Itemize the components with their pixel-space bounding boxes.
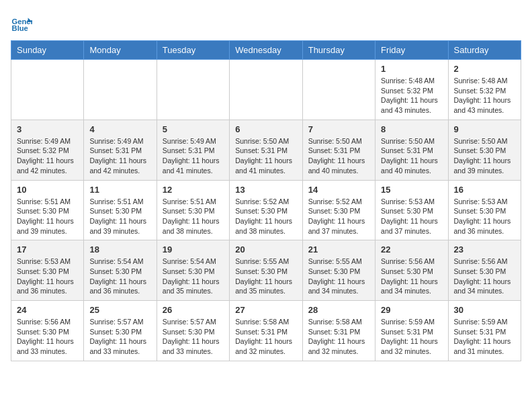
calendar-cell: 27Sunrise: 5:58 AM Sunset: 5:31 PM Dayli… (230, 301, 302, 361)
calendar-cell (84, 60, 157, 120)
calendar-cell (157, 60, 229, 120)
day-info: Sunrise: 5:48 AM Sunset: 5:32 PM Dayligh… (381, 76, 442, 116)
day-number: 5 (163, 124, 224, 134)
calendar-cell: 30Sunrise: 5:59 AM Sunset: 5:31 PM Dayli… (448, 301, 521, 361)
day-number: 10 (17, 185, 78, 195)
calendar-cell: 9Sunrise: 5:50 AM Sunset: 5:30 PM Daylig… (448, 120, 521, 180)
day-info: Sunrise: 5:58 AM Sunset: 5:31 PM Dayligh… (308, 317, 369, 357)
calendar-cell: 28Sunrise: 5:58 AM Sunset: 5:31 PM Dayli… (302, 301, 375, 361)
calendar-cell: 5Sunrise: 5:49 AM Sunset: 5:31 PM Daylig… (157, 120, 229, 180)
calendar-table: SundayMondayTuesdayWednesdayThursdayFrid… (11, 40, 521, 361)
day-info: Sunrise: 5:57 AM Sunset: 5:30 PM Dayligh… (163, 317, 224, 357)
day-number: 30 (454, 305, 515, 315)
calendar-cell: 11Sunrise: 5:51 AM Sunset: 5:30 PM Dayli… (84, 180, 157, 240)
day-number: 16 (454, 185, 515, 195)
calendar-cell: 24Sunrise: 5:56 AM Sunset: 5:30 PM Dayli… (11, 301, 84, 361)
day-number: 4 (89, 124, 150, 134)
day-number: 9 (454, 124, 515, 134)
calendar-cell: 3Sunrise: 5:49 AM Sunset: 5:32 PM Daylig… (11, 120, 84, 180)
calendar-cell: 1Sunrise: 5:48 AM Sunset: 5:32 PM Daylig… (375, 60, 448, 120)
day-info: Sunrise: 5:52 AM Sunset: 5:30 PM Dayligh… (235, 197, 296, 236)
calendar-cell: 14Sunrise: 5:52 AM Sunset: 5:30 PM Dayli… (302, 180, 375, 240)
calendar-week-row: 24Sunrise: 5:56 AM Sunset: 5:30 PM Dayli… (11, 301, 521, 361)
calendar-week-row: 10Sunrise: 5:51 AM Sunset: 5:30 PM Dayli… (11, 180, 521, 240)
day-info: Sunrise: 5:50 AM Sunset: 5:31 PM Dayligh… (308, 136, 369, 176)
day-info: Sunrise: 5:49 AM Sunset: 5:31 PM Dayligh… (89, 136, 150, 176)
day-number: 27 (235, 305, 296, 315)
day-info: Sunrise: 5:59 AM Sunset: 5:31 PM Dayligh… (454, 317, 515, 357)
calendar-cell: 12Sunrise: 5:51 AM Sunset: 5:30 PM Dayli… (157, 180, 229, 240)
day-info: Sunrise: 5:50 AM Sunset: 5:30 PM Dayligh… (454, 136, 515, 176)
day-info: Sunrise: 5:48 AM Sunset: 5:32 PM Dayligh… (454, 76, 515, 116)
calendar-cell: 18Sunrise: 5:54 AM Sunset: 5:30 PM Dayli… (84, 240, 157, 301)
calendar-cell: 19Sunrise: 5:54 AM Sunset: 5:30 PM Dayli… (157, 240, 229, 301)
calendar-week-row: 17Sunrise: 5:53 AM Sunset: 5:30 PM Dayli… (11, 240, 521, 301)
calendar-cell: 15Sunrise: 5:53 AM Sunset: 5:30 PM Dayli… (375, 180, 448, 240)
day-number: 23 (454, 244, 515, 255)
day-info: Sunrise: 5:55 AM Sunset: 5:30 PM Dayligh… (308, 257, 369, 296)
calendar-cell: 25Sunrise: 5:57 AM Sunset: 5:30 PM Dayli… (84, 301, 157, 361)
calendar-cell (302, 60, 375, 120)
logo-icon: General Blue (11, 13, 32, 35)
day-number: 19 (163, 244, 224, 255)
day-number: 24 (17, 305, 78, 315)
day-number: 14 (308, 185, 369, 195)
day-number: 21 (308, 244, 369, 255)
day-number: 15 (381, 185, 442, 195)
calendar-week-row: 3Sunrise: 5:49 AM Sunset: 5:32 PM Daylig… (11, 120, 521, 180)
calendar-cell: 17Sunrise: 5:53 AM Sunset: 5:30 PM Dayli… (11, 240, 84, 301)
day-info: Sunrise: 5:56 AM Sunset: 5:30 PM Dayligh… (17, 317, 78, 357)
logo: General Blue (11, 13, 35, 35)
day-info: Sunrise: 5:57 AM Sunset: 5:30 PM Dayligh… (89, 317, 150, 357)
day-info: Sunrise: 5:56 AM Sunset: 5:30 PM Dayligh… (381, 257, 442, 296)
day-number: 2 (454, 64, 515, 74)
day-number: 17 (17, 244, 78, 255)
day-info: Sunrise: 5:53 AM Sunset: 5:30 PM Dayligh… (17, 257, 78, 296)
calendar-cell: 21Sunrise: 5:55 AM Sunset: 5:30 PM Dayli… (302, 240, 375, 301)
calendar-cell: 29Sunrise: 5:59 AM Sunset: 5:31 PM Dayli… (375, 301, 448, 361)
day-number: 3 (17, 124, 78, 134)
day-info: Sunrise: 5:50 AM Sunset: 5:31 PM Dayligh… (235, 136, 296, 176)
calendar-cell: 7Sunrise: 5:50 AM Sunset: 5:31 PM Daylig… (302, 120, 375, 180)
day-info: Sunrise: 5:49 AM Sunset: 5:32 PM Dayligh… (17, 136, 78, 176)
day-info: Sunrise: 5:53 AM Sunset: 5:30 PM Dayligh… (454, 197, 515, 236)
day-info: Sunrise: 5:51 AM Sunset: 5:30 PM Dayligh… (17, 197, 78, 236)
svg-text:Blue: Blue (12, 24, 28, 32)
calendar-body: 1Sunrise: 5:48 AM Sunset: 5:32 PM Daylig… (11, 60, 521, 361)
weekday-header: Wednesday (230, 41, 302, 60)
calendar-cell: 6Sunrise: 5:50 AM Sunset: 5:31 PM Daylig… (230, 120, 302, 180)
weekday-header: Friday (375, 41, 448, 60)
day-info: Sunrise: 5:56 AM Sunset: 5:30 PM Dayligh… (454, 257, 515, 296)
page-header: General Blue (11, 11, 521, 35)
day-info: Sunrise: 5:58 AM Sunset: 5:31 PM Dayligh… (235, 317, 296, 357)
day-number: 22 (381, 244, 442, 255)
calendar-week-row: 1Sunrise: 5:48 AM Sunset: 5:32 PM Daylig… (11, 60, 521, 120)
calendar-cell: 13Sunrise: 5:52 AM Sunset: 5:30 PM Dayli… (230, 180, 302, 240)
day-number: 28 (308, 305, 369, 315)
day-info: Sunrise: 5:49 AM Sunset: 5:31 PM Dayligh… (163, 136, 224, 176)
day-info: Sunrise: 5:54 AM Sunset: 5:30 PM Dayligh… (89, 257, 150, 296)
calendar-cell: 8Sunrise: 5:50 AM Sunset: 5:31 PM Daylig… (375, 120, 448, 180)
weekday-header: Sunday (11, 41, 84, 60)
day-number: 6 (235, 124, 296, 134)
calendar-cell: 20Sunrise: 5:55 AM Sunset: 5:30 PM Dayli… (230, 240, 302, 301)
calendar-cell: 26Sunrise: 5:57 AM Sunset: 5:30 PM Dayli… (157, 301, 229, 361)
day-number: 26 (163, 305, 224, 315)
day-info: Sunrise: 5:51 AM Sunset: 5:30 PM Dayligh… (163, 197, 224, 236)
day-number: 12 (163, 185, 224, 195)
day-number: 18 (89, 244, 150, 255)
weekday-header: Thursday (302, 41, 375, 60)
day-info: Sunrise: 5:59 AM Sunset: 5:31 PM Dayligh… (381, 317, 442, 357)
calendar-cell: 22Sunrise: 5:56 AM Sunset: 5:30 PM Dayli… (375, 240, 448, 301)
calendar-cell (11, 60, 84, 120)
day-number: 20 (235, 244, 296, 255)
calendar-header-row: SundayMondayTuesdayWednesdayThursdayFrid… (11, 41, 521, 60)
day-number: 7 (308, 124, 369, 134)
day-number: 1 (381, 64, 442, 74)
calendar-cell (230, 60, 302, 120)
calendar-cell: 23Sunrise: 5:56 AM Sunset: 5:30 PM Dayli… (448, 240, 521, 301)
calendar-cell: 16Sunrise: 5:53 AM Sunset: 5:30 PM Dayli… (448, 180, 521, 240)
day-info: Sunrise: 5:51 AM Sunset: 5:30 PM Dayligh… (89, 197, 150, 236)
calendar-cell: 10Sunrise: 5:51 AM Sunset: 5:30 PM Dayli… (11, 180, 84, 240)
day-number: 11 (89, 185, 150, 195)
